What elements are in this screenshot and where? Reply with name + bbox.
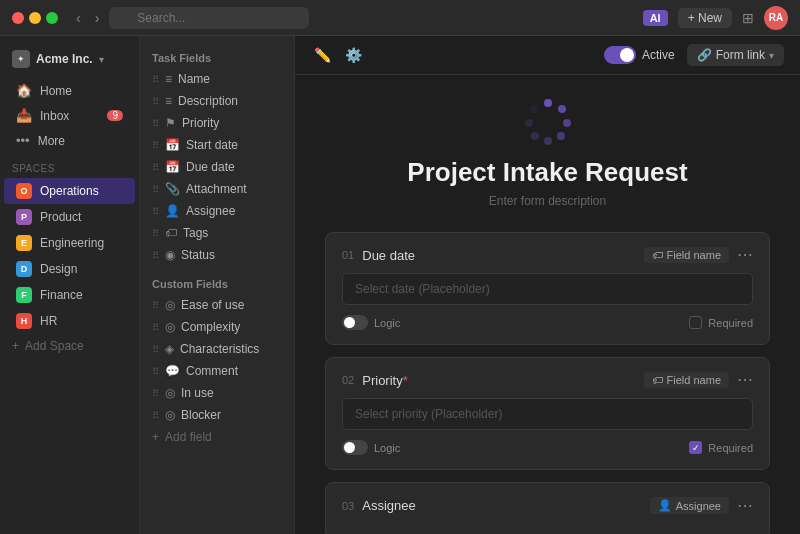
field-item-characteristics[interactable]: ⠿ ◈ Characteristics (144, 338, 290, 360)
form-field-card-assignee: 03 Assignee 👤 Assignee ⋯ (325, 482, 770, 534)
svg-point-4 (544, 137, 552, 145)
field-name-badge-1[interactable]: 🏷 Field name (644, 247, 729, 263)
field-item-status[interactable]: ⠿ ◉ Status (144, 244, 290, 266)
priority-placeholder-2[interactable]: Select priority (Placeholder) (342, 398, 753, 430)
avatar: RA (764, 6, 788, 30)
forward-button[interactable]: › (91, 8, 104, 28)
form-toolbar-left: ✏️ ⚙️ (311, 44, 365, 66)
workspace-header[interactable]: ✦ Acme Inc. ▾ (0, 46, 139, 78)
add-space-button[interactable]: + Add Space (0, 334, 139, 358)
form-toolbar-right: Active 🔗 Form link ▾ (604, 44, 784, 66)
sidebar: ✦ Acme Inc. ▾ 🏠 Home 📥 Inbox 9 ••• More … (0, 36, 140, 534)
logic-toggle-2: Logic (342, 440, 400, 455)
form-field-card-due-date: 01 Due date 🏷 Field name ⋯ Select date (… (325, 232, 770, 345)
required-wrapper-2: ✓ Required (689, 441, 753, 454)
field-card-header-right-1: 🏷 Field name ⋯ (644, 247, 753, 263)
operations-dot: O (16, 183, 32, 199)
sidebar-item-inbox[interactable]: 📥 Inbox 9 (4, 103, 135, 128)
form-description: Enter form description (489, 194, 606, 208)
more-button-1[interactable]: ⋯ (737, 247, 753, 263)
svg-point-7 (530, 105, 538, 113)
sidebar-item-hr[interactable]: H HR (4, 308, 135, 334)
small-toggle-thumb-1 (344, 317, 355, 328)
traffic-light-green[interactable] (46, 12, 58, 24)
sidebar-item-inbox-label: Inbox (40, 109, 69, 123)
field-item-tags[interactable]: ⠿ 🏷 Tags (144, 222, 290, 244)
field-name-badge-3[interactable]: 👤 Assignee (650, 497, 729, 514)
custom-fields-label: Custom Fields (140, 272, 294, 294)
field-item-blocker[interactable]: ⠿ ◎ Blocker (144, 404, 290, 426)
add-field-button[interactable]: + Add field (144, 426, 290, 448)
form-link-button[interactable]: 🔗 Form link ▾ (687, 44, 784, 66)
field-item-start-date[interactable]: ⠿ 📅 Start date (144, 134, 290, 156)
in-use-field-icon: ◎ (165, 386, 175, 400)
search-input[interactable] (109, 7, 309, 29)
add-field-plus-icon: + (152, 430, 159, 444)
drag-handle-icon: ⠿ (152, 344, 159, 355)
edit-button[interactable]: ✏️ (311, 44, 334, 66)
field-title-1: Due date (362, 248, 415, 263)
field-title-3: Assignee (362, 498, 415, 513)
date-placeholder-1[interactable]: Select date (Placeholder) (342, 273, 753, 305)
field-item-comment[interactable]: ⠿ 💬 Comment (144, 360, 290, 382)
field-item-description[interactable]: ⠿ ≡ Description (144, 90, 290, 112)
sidebar-item-home[interactable]: 🏠 Home (4, 78, 135, 103)
svg-point-0 (544, 99, 552, 107)
add-field-label: Add field (165, 430, 212, 444)
field-item-in-use[interactable]: ⠿ ◎ In use (144, 382, 290, 404)
sidebar-item-operations[interactable]: O Operations (4, 178, 135, 204)
traffic-light-red[interactable] (12, 12, 24, 24)
field-comment-label: Comment (186, 364, 238, 378)
grid-icon: ⊞ (742, 10, 754, 26)
search-wrapper: 🔍 (109, 7, 309, 29)
field-item-priority[interactable]: ⠿ ⚑ Priority (144, 112, 290, 134)
small-toggle-thumb-2 (344, 442, 355, 453)
required-checkbox-2[interactable]: ✓ (689, 441, 702, 454)
due-date-field-icon: 📅 (165, 160, 180, 174)
sidebar-item-more[interactable]: ••• More (4, 128, 135, 153)
field-name-badge-2[interactable]: 🏷 Field name (644, 372, 729, 388)
more-button-2[interactable]: ⋯ (737, 372, 753, 388)
traffic-lights (12, 12, 58, 24)
new-button[interactable]: + New (678, 8, 732, 28)
hr-label: HR (40, 314, 57, 328)
form-content: Project Intake Request Enter form descri… (295, 75, 800, 534)
drag-handle-icon: ⠿ (152, 74, 159, 85)
field-card-title-group-1: 01 Due date (342, 248, 415, 263)
field-item-ease-of-use[interactable]: ⠿ ◎ Ease of use (144, 294, 290, 316)
field-status-label: Status (181, 248, 215, 262)
back-button[interactable]: ‹ (72, 8, 85, 28)
sidebar-item-design[interactable]: D Design (4, 256, 135, 282)
field-item-name[interactable]: ⠿ ≡ Name (144, 68, 290, 90)
main-layout: ✦ Acme Inc. ▾ 🏠 Home 📥 Inbox 9 ••• More … (0, 36, 800, 534)
sidebar-item-home-label: Home (40, 84, 72, 98)
field-assignee-label: Assignee (186, 204, 235, 218)
field-item-attachment[interactable]: ⠿ 📎 Attachment (144, 178, 290, 200)
workspace-chevron-icon: ▾ (99, 54, 104, 65)
traffic-light-yellow[interactable] (29, 12, 41, 24)
product-label: Product (40, 210, 81, 224)
active-toggle[interactable] (604, 46, 636, 64)
sidebar-item-engineering[interactable]: E Engineering (4, 230, 135, 256)
attachment-field-icon: 📎 (165, 182, 180, 196)
field-item-due-date[interactable]: ⠿ 📅 Due date (144, 156, 290, 178)
logic-small-toggle-2[interactable] (342, 440, 368, 455)
drag-handle-icon: ⠿ (152, 322, 159, 333)
field-item-assignee[interactable]: ⠿ 👤 Assignee (144, 200, 290, 222)
sidebar-item-product[interactable]: P Product (4, 204, 135, 230)
form-area: ✏️ ⚙️ Active 🔗 Form link ▾ (295, 36, 800, 534)
svg-point-5 (531, 132, 539, 140)
logic-small-toggle-1[interactable] (342, 315, 368, 330)
sidebar-item-finance[interactable]: F Finance (4, 282, 135, 308)
more-button-3[interactable]: ⋯ (737, 498, 753, 514)
field-item-complexity[interactable]: ⠿ ◎ Complexity (144, 316, 290, 338)
priority-field-icon: ⚑ (165, 116, 176, 130)
add-space-label: Add Space (25, 339, 84, 353)
ease-of-use-field-icon: ◎ (165, 298, 175, 312)
settings-button[interactable]: ⚙️ (342, 44, 365, 66)
tags-field-icon: 🏷 (165, 226, 177, 240)
required-label-1: Required (708, 317, 753, 329)
task-fields-label: Task Fields (140, 46, 294, 68)
required-checkbox-1[interactable] (689, 316, 702, 329)
engineering-label: Engineering (40, 236, 104, 250)
